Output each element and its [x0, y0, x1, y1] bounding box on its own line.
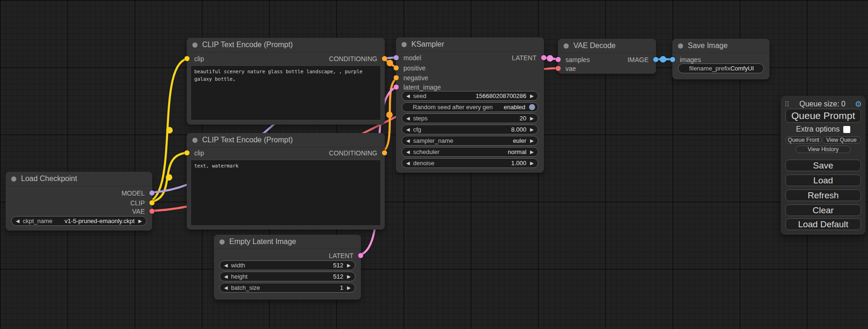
input-slot-latent-image[interactable] — [394, 84, 399, 90]
increment-arrow-icon[interactable]: ▶ — [530, 116, 534, 121]
output-slot-model[interactable] — [149, 190, 155, 196]
increment-arrow-icon[interactable]: ▶ — [530, 161, 534, 166]
output-label-conditioning: CONDITIONING — [329, 55, 377, 63]
toggle-dot-icon[interactable] — [529, 104, 535, 110]
decrement-arrow-icon[interactable]: ◀ — [224, 274, 228, 279]
node-save-image[interactable]: Save Image images filename_prefix ComfyU… — [672, 39, 769, 79]
node-vae-decode[interactable]: VAE Decode samples vae IMAGE — [558, 39, 656, 74]
increment-arrow-icon[interactable]: ▶ — [530, 139, 534, 143]
view-history-button[interactable]: View History — [796, 146, 851, 153]
node-title: VAE Decode — [573, 42, 615, 50]
filename-prefix-widget[interactable]: filename_prefix ComfyUI — [678, 63, 764, 73]
input-slot-vae[interactable] — [556, 66, 561, 71]
output-slot-conditioning[interactable] — [382, 56, 387, 61]
input-slot-images[interactable] — [670, 57, 675, 62]
output-slot-latent[interactable] — [358, 253, 363, 258]
seed-widget[interactable]: ◀ seed 156680208700286 ▶ — [402, 91, 538, 101]
queue-prompt-button[interactable]: Queue Prompt — [785, 109, 861, 123]
extra-options-checkbox[interactable] — [843, 126, 850, 133]
node-title: CLIP Text Encode (Prompt) — [202, 41, 293, 49]
node-title: Save Image — [688, 42, 727, 50]
input-slot-samples[interactable] — [556, 57, 561, 62]
input-label-model: model — [403, 54, 421, 62]
collapse-dot-icon[interactable] — [564, 43, 569, 49]
increment-arrow-icon[interactable]: ▶ — [347, 286, 351, 290]
input-slot-negative[interactable] — [394, 75, 399, 80]
widget-label: ckpt_name — [23, 217, 53, 224]
batch-size-widget[interactable]: ◀ batch_size 1 ▶ — [219, 283, 355, 293]
increment-arrow-icon[interactable]: ▶ — [347, 274, 351, 279]
decrement-arrow-icon[interactable]: ◀ — [406, 139, 410, 143]
output-slot-vae[interactable] — [149, 209, 155, 214]
collapse-dot-icon[interactable] — [192, 138, 198, 143]
random-seed-toggle-widget[interactable]: Random seed after every gen enabled — [402, 102, 538, 112]
width-widget[interactable]: ◀ width 512 ▶ — [219, 260, 355, 270]
decrement-arrow-icon[interactable]: ◀ — [406, 150, 410, 154]
decrement-arrow-icon[interactable]: ◀ — [224, 286, 228, 290]
collapse-dot-icon[interactable] — [402, 42, 407, 47]
input-slot-clip[interactable] — [184, 56, 190, 61]
gear-icon[interactable]: ⚙ — [855, 100, 862, 108]
node-clip-text-encode-negative[interactable]: CLIP Text Encode (Prompt) clip CONDITION… — [187, 133, 385, 230]
refresh-button[interactable]: Refresh — [785, 189, 861, 201]
widget-value: 1 — [340, 284, 343, 291]
scheduler-widget[interactable]: ◀ scheduler normal ▶ — [402, 147, 538, 157]
increment-arrow-icon[interactable]: ▶ — [530, 127, 534, 132]
decrement-arrow-icon[interactable]: ◀ — [406, 127, 410, 132]
output-label-model: MODEL — [121, 189, 145, 197]
negative-prompt-textarea[interactable]: text, watermark — [191, 160, 381, 226]
input-label-clip: clip — [194, 149, 204, 157]
collapse-dot-icon[interactable] — [678, 43, 683, 49]
widget-value: 512 — [333, 262, 344, 269]
increment-arrow-icon[interactable]: ▶ — [530, 150, 534, 154]
node-title: Load Checkpoint — [21, 175, 77, 183]
node-clip-text-encode-positive[interactable]: CLIP Text Encode (Prompt) clip CONDITION… — [187, 38, 385, 125]
decrement-arrow-icon[interactable]: ◀ — [406, 161, 410, 166]
decrement-arrow-icon[interactable]: ◀ — [406, 94, 410, 98]
collapse-dot-icon[interactable] — [219, 239, 225, 245]
input-label-positive: positive — [403, 64, 425, 72]
input-slot-clip[interactable] — [184, 150, 190, 155]
decrement-arrow-icon[interactable]: ◀ — [16, 219, 20, 224]
node-ksampler[interactable]: KSampler model positive negative latent_… — [396, 37, 544, 173]
node-title: KSampler — [411, 40, 444, 49]
output-slot-image[interactable] — [653, 57, 658, 62]
input-label-latent-image: latent_image — [403, 84, 441, 91]
comfyui-canvas: { "colors": { "model": "#B39DDB", "clip"… — [0, 0, 868, 329]
output-slot-conditioning[interactable] — [382, 150, 387, 155]
collapse-dot-icon[interactable] — [192, 42, 198, 48]
view-queue-button[interactable]: View Queue — [822, 136, 861, 144]
output-slot-latent[interactable] — [541, 55, 546, 60]
increment-arrow-icon[interactable]: ▶ — [347, 263, 351, 268]
steps-widget[interactable]: ◀ steps 20 ▶ — [402, 113, 538, 123]
collapse-dot-icon[interactable] — [11, 176, 16, 182]
input-slot-positive[interactable] — [394, 65, 399, 70]
ckpt-name-widget[interactable]: ◀ ckpt_name v1-5-pruned-emaonly.ckpt ▶ — [11, 216, 147, 226]
input-slot-model[interactable] — [394, 55, 399, 60]
drag-handle-icon[interactable]: ⠿ — [784, 101, 790, 108]
clear-button[interactable]: Clear — [785, 204, 861, 216]
widget-label: Random seed after every gen — [413, 104, 493, 111]
widget-label: width — [231, 262, 245, 269]
increment-arrow-icon[interactable]: ▶ — [530, 94, 534, 98]
output-label-conditioning: CONDITIONING — [329, 149, 377, 157]
node-empty-latent-image[interactable]: Empty Latent Image LATENT ◀ width 512 ▶ … — [214, 235, 361, 300]
input-label-images: images — [680, 56, 701, 63]
widget-value: enabled — [504, 104, 525, 111]
input-label-negative: negative — [403, 74, 428, 82]
denoise-widget[interactable]: ◀ denoise 1.000 ▶ — [402, 158, 538, 168]
queue-size-label: Queue size: 0 — [790, 100, 855, 108]
positive-prompt-textarea[interactable]: beautiful scenery nature glass bottle la… — [191, 65, 381, 120]
increment-arrow-icon[interactable]: ▶ — [138, 219, 142, 224]
load-default-button[interactable]: Load Default — [785, 218, 861, 230]
decrement-arrow-icon[interactable]: ◀ — [224, 263, 228, 268]
output-slot-clip[interactable] — [149, 200, 155, 205]
save-button[interactable]: Save — [785, 160, 861, 171]
queue-front-button[interactable]: Queue Front — [785, 136, 822, 144]
cfg-widget[interactable]: ◀ cfg 8.000 ▶ — [402, 125, 538, 134]
sampler-name-widget[interactable]: ◀ sampler_name euler ▶ — [402, 136, 538, 146]
node-load-checkpoint[interactable]: Load Checkpoint MODEL CLIP VAE ◀ ckpt_na… — [6, 172, 152, 231]
decrement-arrow-icon[interactable]: ◀ — [406, 116, 410, 121]
height-widget[interactable]: ◀ height 512 ▶ — [219, 272, 355, 281]
load-button[interactable]: Load — [785, 175, 861, 186]
